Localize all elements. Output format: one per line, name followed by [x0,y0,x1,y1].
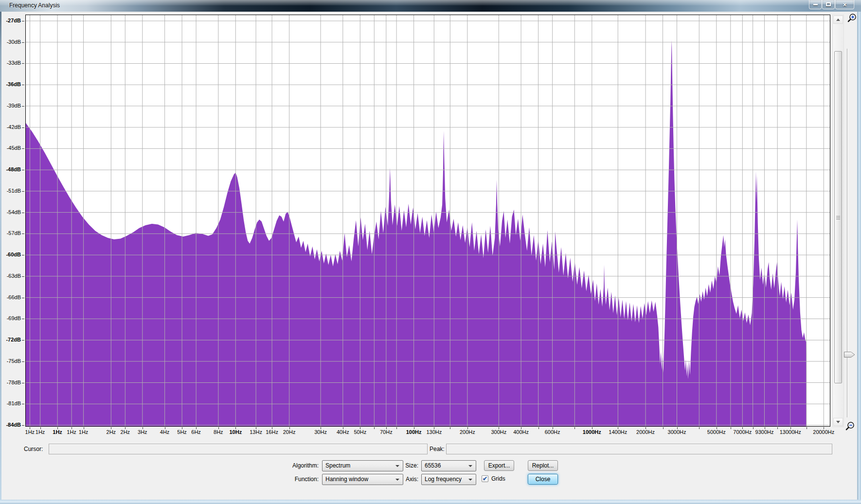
y-tick-mark [22,404,24,404]
y-tick-mark [22,148,24,149]
y-tick-label: -66dB [7,294,21,300]
x-tick-mark [807,427,807,429]
scrollbar-down-button[interactable] [833,418,843,426]
cursor-value-field [49,444,428,454]
x-tick-mark [450,427,450,429]
x-tick-label: 20000Hz [813,429,834,435]
y-tick-mark [22,361,24,362]
y-tick-mark [22,170,24,170]
x-tick-label: 5Hz [177,429,187,435]
x-tick-label: 2000Hz [636,429,655,435]
y-tick-mark [22,383,24,383]
x-tick-label: 70Hz [380,429,393,435]
spectrum-plot[interactable] [25,15,830,427]
x-tick-label: 6Hz [191,429,201,435]
axis-label: Axis: [387,476,418,483]
x-tick-mark [663,427,664,429]
grids-checkbox[interactable]: ✔ [482,475,488,482]
y-tick-label: -60dB [6,252,21,257]
x-tick-label: 1400Hz [609,429,627,435]
x-tick-mark [374,427,375,429]
algorithm-label: Algorithm: [275,462,319,469]
x-tick-label: 9300Hz [755,429,774,435]
x-tick-label: 16Hz [266,429,278,435]
x-tick-label: 1Hz [36,429,45,435]
zoom-in-icon[interactable] [846,13,858,24]
y-axis: -27dB-30dB-33dB-36dB-39dB-42dB-45dB-48dB… [0,12,25,435]
window-right-edge [857,12,861,500]
close-button[interactable]: Close [528,474,558,485]
x-tick-mark [731,427,731,429]
minimize-button[interactable] [809,0,822,9]
y-tick-mark [22,63,24,64]
scrollbar-grip-icon [836,216,840,219]
y-tick-label: -81dB [7,400,21,406]
x-tick-label: 400Hz [513,429,529,435]
x-tick-mark [574,427,575,429]
replot-button[interactable]: Replot... [528,460,558,471]
zoom-slider-track[interactable] [847,49,848,417]
x-tick-label: 2Hz [121,429,130,435]
x-tick-label: 1Hz [25,429,35,435]
size-label: Size: [387,462,418,469]
x-tick-label: 40Hz [337,429,349,435]
scrollbar-thumb[interactable] [834,51,842,383]
x-tick-mark [538,427,539,429]
chevron-down-icon [468,465,472,467]
y-tick-mark [22,425,24,426]
zoom-out-icon[interactable] [844,420,856,433]
close-icon: × [843,1,847,8]
y-tick-label: -69dB [7,315,21,321]
titlebar-sheen [0,0,861,5]
y-tick-mark [22,255,24,255]
peak-label: Peak: [430,446,445,452]
y-tick-label: -78dB [7,379,21,385]
zoom-slider-handle[interactable] [843,351,856,358]
arrow-up-icon [836,18,840,21]
maximize-icon [826,2,831,6]
x-tick-label: 3000Hz [668,429,686,435]
size-select[interactable]: 65536 [421,460,476,471]
grids-checkbox-mark: ✔ [483,475,487,482]
grids-checkbox-label: Grids [491,475,505,482]
y-tick-mark [22,234,24,234]
y-tick-mark [22,191,24,192]
y-tick-label: -48dB [6,166,21,172]
y-tick-label: -72dB [6,337,21,342]
frequency-analysis-window: Frequency Analysis × -27dB-30dB-33dB-36d… [0,0,861,504]
x-tick-label: 13000Hz [780,429,801,435]
algorithm-value: Spectrum [325,462,350,469]
y-tick-label: -30dB [7,39,21,45]
y-tick-mark [22,106,24,107]
x-tick-label: 2Hz [107,429,116,435]
x-tick-label: 3Hz [138,429,147,435]
y-tick-mark [22,127,24,128]
y-tick-label: -45dB [7,145,21,151]
x-axis: 1Hz1Hz1Hz1Hz1Hz2Hz2Hz3Hz4Hz5Hz6Hz8Hz10Hz… [0,427,856,438]
x-tick-mark [396,427,397,429]
y-tick-label: -39dB [7,103,21,108]
close-window-button[interactable]: × [835,0,854,9]
x-tick-label: 1Hz [53,429,62,435]
x-tick-label: 130Hz [426,429,442,435]
y-tick-label: -51dB [7,188,21,194]
y-tick-label: -42dB [7,124,21,130]
export-button[interactable]: Export... [484,460,514,471]
y-tick-label: -36dB [6,81,21,87]
x-tick-mark [753,427,753,429]
title-bar[interactable]: Frequency Analysis [0,0,861,12]
maximize-button[interactable] [822,0,835,9]
function-label: Function: [275,476,319,483]
y-tick-label: -33dB [7,60,21,66]
x-tick-label: 20Hz [283,429,296,435]
y-tick-mark [22,340,24,341]
x-tick-label: 10Hz [229,429,242,435]
x-tick-label: 100Hz [406,429,422,435]
y-tick-label: -75dB [7,358,21,364]
size-value: 65536 [425,462,441,469]
vertical-scrollbar[interactable] [832,15,844,427]
y-tick-label: -57dB [7,230,21,236]
axis-select[interactable]: Log frequency [421,474,476,485]
scrollbar-up-button[interactable] [833,16,843,24]
x-tick-mark [699,427,700,429]
